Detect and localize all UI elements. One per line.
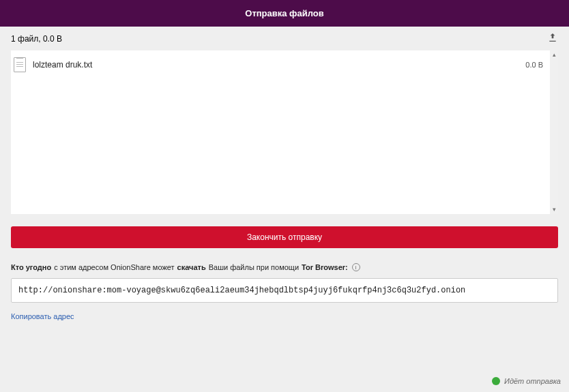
file-list[interactable]: lolzteam druk.txt 0.0 B bbox=[11, 50, 550, 214]
status-text: Идёт отправка bbox=[504, 377, 561, 385]
file-size: 0.0 B bbox=[525, 61, 543, 69]
file-name: lolzteam druk.txt bbox=[33, 60, 525, 70]
stop-sharing-label: Закончить отправку bbox=[247, 232, 322, 242]
info-text-2: с этим адресом OnionShare может bbox=[54, 263, 174, 271]
info-bold-3: скачать bbox=[177, 263, 206, 271]
file-row[interactable]: lolzteam druk.txt 0.0 B bbox=[11, 55, 550, 75]
summary-text: 1 файл, 0.0 B bbox=[11, 34, 62, 44]
summary-bar: 1 файл, 0.0 B bbox=[0, 27, 569, 50]
header-bar: Отправка файлов bbox=[0, 0, 569, 27]
info-text-4: Ваши файлы при помощи bbox=[209, 263, 299, 271]
copy-address-link[interactable]: Копировать адрес bbox=[11, 312, 558, 320]
info-bold-5: Tor Browser: bbox=[302, 263, 348, 271]
header-title: Отправка файлов bbox=[245, 8, 323, 18]
share-url-text: http://onionshare:mom-voyage@skwu6zq6eal… bbox=[18, 286, 465, 295]
file-list-container: lolzteam druk.txt 0.0 B ▴ ▾ bbox=[11, 50, 558, 214]
copy-address-label: Копировать адрес bbox=[11, 312, 74, 320]
scrollbar[interactable]: ▴ ▾ bbox=[550, 50, 558, 214]
stop-sharing-button[interactable]: Закончить отправку bbox=[11, 226, 558, 248]
scroll-up-icon[interactable]: ▴ bbox=[553, 52, 556, 58]
info-bold-1: Кто угодно bbox=[11, 263, 51, 271]
status-indicator-icon bbox=[492, 377, 500, 385]
info-icon[interactable]: i bbox=[352, 263, 360, 271]
main-content: lolzteam druk.txt 0.0 B ▴ ▾ Закончить от… bbox=[0, 50, 569, 331]
status-bar: Идёт отправка bbox=[492, 377, 561, 385]
share-url-box[interactable]: http://onionshare:mom-voyage@skwu6zq6eal… bbox=[11, 278, 558, 303]
upload-icon[interactable] bbox=[547, 32, 558, 45]
scroll-down-icon[interactable]: ▾ bbox=[553, 207, 556, 213]
info-text: Кто угодно с этим адресом OnionShare мож… bbox=[11, 263, 558, 271]
file-icon bbox=[14, 57, 26, 72]
